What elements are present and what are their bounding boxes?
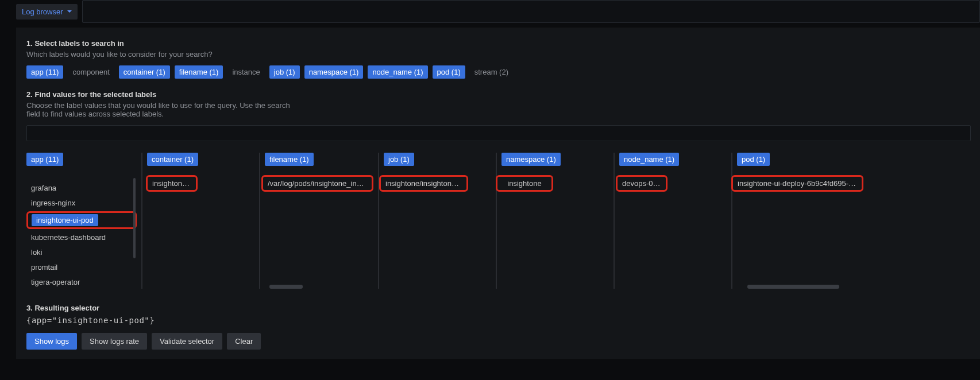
label-column-filename: filename (1)/var/log/pods/insightone_ins… xyxy=(265,153,378,289)
label-chips-row: app (11)componentcontainer (1)filename (… xyxy=(26,65,971,79)
value-item-highlighted[interactable]: insightone/insightone-ui-pod xyxy=(379,175,468,192)
label-chip-component[interactable]: component xyxy=(68,65,114,79)
value-item[interactable]: tigera-operator xyxy=(26,276,137,289)
value-list: insightone-ui-deploy-6b9c4fd695-7j4 xyxy=(737,175,865,192)
section-find-values: 2. Find values for the selected labels C… xyxy=(26,90,971,141)
column-divider xyxy=(731,153,732,289)
value-list: devops-0002 xyxy=(619,175,727,192)
clear-button[interactable]: Clear xyxy=(227,333,261,350)
label-column-pod: pod (1)insightone-ui-deploy-6b9c4fd695-7… xyxy=(737,153,869,289)
scrollbar-horizontal[interactable] xyxy=(269,285,303,289)
column-header[interactable]: node_name (1) xyxy=(619,153,679,166)
value-item[interactable]: grafana xyxy=(26,181,137,195)
section2-title: 2. Find values for the selected labels xyxy=(26,90,971,99)
section1-title: 1. Select labels to search in xyxy=(26,39,971,48)
value-item-highlighted[interactable]: insightone-ui-deploy-6b9c4fd695-7j4 xyxy=(731,175,863,192)
label-chip-instance[interactable]: instance xyxy=(227,65,264,79)
label-column-job: job (1)insightone/insightone-ui-pod xyxy=(384,153,496,289)
validate-selector-button[interactable]: Validate selector xyxy=(152,333,222,350)
label-chip-filename[interactable]: filename (1) xyxy=(175,65,223,79)
value-item[interactable]: kubernetes-dashboard xyxy=(26,231,137,244)
value-item[interactable]: loki xyxy=(26,246,137,259)
label-chip-node_name[interactable]: node_name (1) xyxy=(368,65,427,79)
column-header[interactable]: namespace (1) xyxy=(501,153,561,166)
chevron-down-icon xyxy=(67,10,72,13)
column-header[interactable]: filename (1) xyxy=(265,153,314,166)
column-divider xyxy=(614,153,615,289)
value-item[interactable]: promtail xyxy=(26,261,137,274)
show-logs-rate-button[interactable]: Show logs rate xyxy=(82,333,147,350)
column-header[interactable]: app (11) xyxy=(26,153,63,166)
value-list: grafanaingress-nginxinsightone-ui-podkub… xyxy=(26,175,137,289)
value-list: insightone/insightone-ui-pod xyxy=(384,175,491,192)
top-bar: Log browser xyxy=(0,0,980,23)
column-divider xyxy=(378,153,379,289)
label-chip-namespace[interactable]: namespace (1) xyxy=(304,65,364,79)
column-header[interactable]: pod (1) xyxy=(737,153,770,166)
value-list: insightone xyxy=(501,175,609,192)
section1-desc: Which labels would you like to consider … xyxy=(26,50,291,59)
label-chip-job[interactable]: job (1) xyxy=(269,65,300,79)
log-browser-panel: 1. Select labels to search in Which labe… xyxy=(16,28,980,359)
value-item-highlighted[interactable]: devops-0002 xyxy=(616,175,668,192)
scrollbar-vertical[interactable] xyxy=(133,178,136,258)
action-button-row: Show logs Show logs rate Validate select… xyxy=(26,333,971,350)
log-browser-toggle[interactable]: Log browser xyxy=(16,4,78,20)
value-list: insightone-ui xyxy=(147,175,254,192)
label-column-node_name: node_name (1)devops-0002 xyxy=(619,153,731,289)
column-divider xyxy=(496,153,497,289)
label-chip-pod[interactable]: pod (1) xyxy=(433,65,465,79)
column-header[interactable]: container (1) xyxy=(147,153,198,166)
resulting-selector: {app="insightone-ui-pod"} xyxy=(26,316,971,325)
value-item-highlighted[interactable]: /var/log/pods/insightone_insightone xyxy=(261,175,373,192)
column-header[interactable]: job (1) xyxy=(384,153,414,166)
label-column-app: app (11)grafanaingress-nginxinsightone-u… xyxy=(26,153,141,289)
value-item[interactable]: ingress-nginx xyxy=(26,196,137,210)
show-logs-button[interactable]: Show logs xyxy=(26,333,77,350)
label-chip-stream[interactable]: stream (2) xyxy=(470,65,513,79)
value-item-highlighted[interactable]: insightone-ui xyxy=(146,175,198,192)
column-divider xyxy=(141,153,142,289)
section2-desc: Choose the label values that you would l… xyxy=(26,101,291,118)
section3-title: 3. Resulting selector xyxy=(26,304,971,312)
label-column-namespace: namespace (1)insightone xyxy=(501,153,614,289)
log-browser-label: Log browser xyxy=(22,7,63,16)
query-input[interactable] xyxy=(82,0,980,23)
label-chip-container[interactable]: container (1) xyxy=(119,65,170,79)
column-divider xyxy=(259,153,260,289)
label-chip-app[interactable]: app (11) xyxy=(26,65,63,79)
value-item-highlighted[interactable]: insightone-ui-pod xyxy=(26,211,137,229)
value-item-highlighted[interactable]: insightone xyxy=(496,175,553,192)
label-value-columns: app (11)grafanaingress-nginxinsightone-u… xyxy=(26,153,971,289)
scrollbar-horizontal[interactable] xyxy=(747,285,839,289)
section-select-labels: 1. Select labels to search in Which labe… xyxy=(26,39,971,79)
label-value-search-input[interactable] xyxy=(26,125,971,141)
section-resulting-selector: 3. Resulting selector {app="insightone-u… xyxy=(26,304,971,350)
label-column-container: container (1)insightone-ui xyxy=(147,153,259,289)
value-list: /var/log/pods/insightone_insightone xyxy=(265,175,373,192)
value-item-cutoff xyxy=(26,175,137,180)
